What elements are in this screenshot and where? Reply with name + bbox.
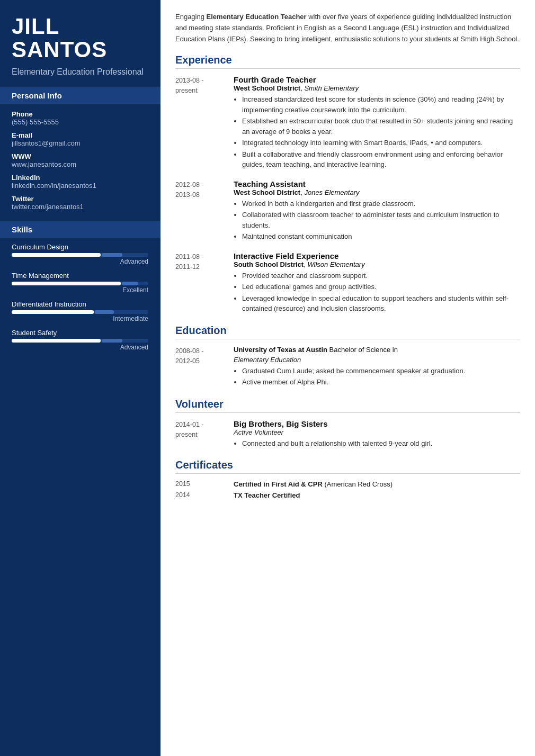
sidebar: JILL SANTOS Elementary Education Profess… [0,0,160,756]
education-header: Education [175,325,520,339]
bullet-item: Maintained constant communication [242,231,520,242]
cert-desc: Certified in First Aid & CPR (American R… [234,480,520,488]
entry-bullets: Connected and built a relationship with … [234,438,520,449]
edu-bullets: Graduated Cum Laude; asked be commenceme… [234,366,520,388]
entry-bullets: Provided teacher and classroom support.L… [234,271,520,314]
entry-date: 2013-08 - present [175,75,234,171]
personal-info-header: Personal Info [0,87,160,104]
entry-body: Fourth Grade TeacherWest School District… [234,75,520,171]
cert-year: 2014 [175,491,234,499]
edu-degree-italic: Elementary Education [234,356,520,364]
name-line1: JILL [12,14,59,39]
bullet-item: Leveraged knowledge in special education… [242,293,520,314]
sidebar-header: JILL SANTOS Elementary Education Profess… [0,0,160,87]
education-section: Education 2008-08 - 2012-05University of… [175,325,520,389]
www-item: WWW www.janesantos.com [12,152,149,168]
volunteer-section: Volunteer 2014-01 - presentBig Brothers,… [175,398,520,450]
linkedin-label: LinkedIn [12,174,149,182]
entry-title: Teaching Assistant [234,179,520,188]
twitter-item: Twitter twitter.com/janesantos1 [12,195,149,211]
candidate-name: JILL SANTOS [12,15,149,61]
skill-name: Student Safety [12,329,149,337]
summary: Engaging Elementary Education Teacher wi… [175,12,520,44]
skill-bar [12,310,148,314]
email-item: E-mail jillsantos1@gmail.com [12,131,149,147]
bullet-item: Active member of Alpha Phi. [242,377,520,388]
edu-body: University of Texas at Austin Bachelor o… [234,346,520,389]
skill-level: Excellent [12,286,148,294]
entry-bullets: Worked in both a kindergarten and first … [234,199,520,242]
www-label: WWW [12,152,149,160]
resume-container: JILL SANTOS Elementary Education Profess… [0,0,535,756]
entry-org: West School District, Jones Elementary [234,188,520,196]
candidate-title: Elementary Education Professional [12,67,149,78]
bullet-item: Graduated Cum Laude; asked be commenceme… [242,366,520,376]
phone-value: (555) 555-5555 [12,118,149,126]
experience-header: Experience [175,54,520,69]
skills-header: Skills [0,221,160,238]
entry-role: Active Volunteer [234,428,520,436]
phone-label: Phone [12,110,149,118]
skill-level: Advanced [12,258,148,265]
twitter-label: Twitter [12,195,149,203]
cert-desc: TX Teacher Certified [234,491,520,499]
bullet-item: Collaborated with classroom teacher to a… [242,210,520,230]
skill-name: Time Management [12,272,149,280]
certificates-header: Certificates [175,459,520,474]
bullet-item: Established an extracurricular book club… [242,116,520,137]
skill-level: Advanced [12,344,148,351]
bullet-item: Built a collaborative and friendly class… [242,149,520,170]
entry-bullets: Increased standardized test score for st… [234,94,520,170]
bullet-item: Increased standardized test score for st… [242,94,520,115]
edu-date: 2008-08 - 2012-05 [175,346,234,389]
skill-level: Intermediate [12,315,148,322]
www-value: www.janesantos.com [12,160,149,168]
entry-title: Big Brothers, Big Sisters [234,419,520,428]
entry-date: 2012-08 - 2013-08 [175,179,234,243]
entry: 2011-08 - 2011-12Interactive Field Exper… [175,251,520,315]
cert-row: 2014TX Teacher Certified [175,491,520,499]
name-line2: SANTOS [12,37,107,62]
entry-org: South School District, Wilson Elementary [234,260,520,268]
linkedin-item: LinkedIn linkedin.com/in/janesantos1 [12,174,149,190]
cert-year: 2015 [175,480,234,488]
edu-org: University of Texas at Austin Bachelor o… [234,346,520,354]
email-value: jillsantos1@gmail.com [12,139,149,147]
entry-date: 2014-01 - present [175,419,234,450]
bullet-item: Worked in both a kindergarten and first … [242,199,520,209]
linkedin-value: linkedin.com/in/janesantos1 [12,182,149,190]
skill-item: Curriculum Design Advanced [12,243,149,265]
entry-body: Big Brothers, Big SistersActive Voluntee… [234,419,520,450]
entry-body: Teaching AssistantWest School District, … [234,179,520,243]
entry-date: 2011-08 - 2011-12 [175,251,234,315]
bullet-item: Led educational games and group activiti… [242,282,520,292]
skill-name: Curriculum Design [12,243,149,251]
entry-title: Interactive Field Experience [234,251,520,260]
twitter-value: twitter.com/janesantos1 [12,203,149,211]
experience-section: Experience 2013-08 - presentFourth Grade… [175,54,520,315]
skill-item: Student Safety Advanced [12,329,149,351]
entry: 2013-08 - presentFourth Grade TeacherWes… [175,75,520,171]
skills-section: Curriculum Design Advanced Time Manageme… [0,238,160,366]
entry-title: Fourth Grade Teacher [234,75,520,84]
bullet-item: Provided teacher and classroom support. [242,271,520,281]
bullet-item: Integrated technology into learning with… [242,138,520,148]
email-label: E-mail [12,131,149,139]
skill-bar [12,253,148,257]
entry: 2012-08 - 2013-08Teaching AssistantWest … [175,179,520,243]
main-content: Engaging Elementary Education Teacher wi… [160,0,535,756]
certificates-section: Certificates 2015Certified in First Aid … [175,459,520,499]
edu-entry: 2008-08 - 2012-05University of Texas at … [175,346,520,389]
skill-name: Differentiated Instruction [12,300,149,308]
entry: 2014-01 - presentBig Brothers, Big Siste… [175,419,520,450]
skill-item: Differentiated Instruction Intermediate [12,300,149,322]
cert-row: 2015Certified in First Aid & CPR (Americ… [175,480,520,488]
skill-item: Time Management Excellent [12,272,149,294]
entry-org: West School District, Smith Elementary [234,84,520,92]
personal-info-section: Phone (555) 555-5555 E-mail jillsantos1@… [0,104,160,221]
entry-body: Interactive Field ExperienceSouth School… [234,251,520,315]
skill-bar [12,339,148,343]
volunteer-header: Volunteer [175,398,520,413]
bullet-item: Connected and built a relationship with … [242,438,520,449]
skill-bar [12,282,148,285]
